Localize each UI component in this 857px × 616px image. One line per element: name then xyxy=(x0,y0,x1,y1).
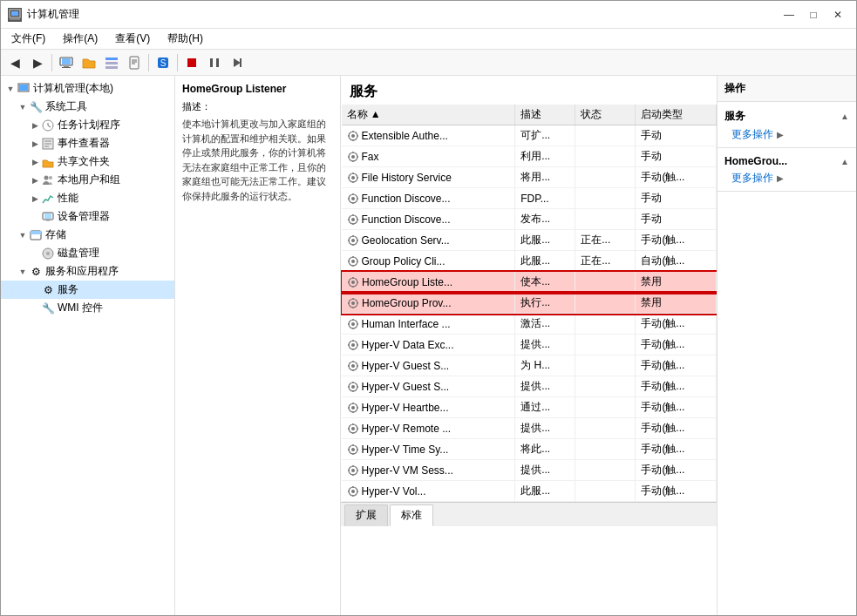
description-label: 描述： xyxy=(182,100,333,113)
tab-expand[interactable]: 扩展 xyxy=(344,504,388,526)
table-row[interactable]: Hyper-V Data Exc...提供...手动(触... xyxy=(342,335,717,355)
toolbar-list-icon[interactable] xyxy=(101,52,122,73)
svg-rect-18 xyxy=(216,58,219,67)
toggle-task: ▶ xyxy=(29,119,41,132)
table-row[interactable]: Hyper-V VM Sess...提供...手动(触... xyxy=(342,460,717,481)
close-button[interactable]: ✕ xyxy=(826,6,849,24)
sidebar-item-event-viewer[interactable]: ▶ 事件查看器 xyxy=(1,134,174,152)
toolbar-folder-icon[interactable] xyxy=(78,52,99,73)
cell-desc: 通过... xyxy=(515,397,575,418)
sidebar: ▼ 计算机管理(本地) ▼ 🔧 系统工具 ▶ 任务计划程序 ▶ xyxy=(1,76,175,615)
menu-bar: 文件(F) 操作(A) 查看(V) 帮助(H) xyxy=(1,29,856,50)
sidebar-item-local-users[interactable]: ▶ 本地用户和组 xyxy=(1,171,174,189)
table-row[interactable]: Fax利用...手动 xyxy=(342,146,717,167)
sidebar-label-wmi: WMI 控件 xyxy=(58,301,103,315)
cell-name: Fax xyxy=(342,146,515,167)
col-status[interactable]: 状态 xyxy=(575,105,636,125)
menu-help[interactable]: 帮助(H) xyxy=(160,30,210,48)
svg-point-88 xyxy=(351,301,355,305)
table-row[interactable]: HomeGroup Prov...执行...禁用 xyxy=(342,293,717,314)
toggle-event: ▶ xyxy=(29,138,41,150)
col-startup[interactable]: 启动类型 xyxy=(636,105,717,125)
icon-event xyxy=(41,137,55,151)
svg-point-76 xyxy=(351,260,355,263)
sidebar-item-device-manager[interactable]: 设备管理器 xyxy=(1,207,174,226)
icon-device xyxy=(41,210,55,224)
cell-desc: 为 H... xyxy=(515,355,575,376)
toolbar-play-icon[interactable] xyxy=(227,52,248,73)
sidebar-item-wmi[interactable]: 🔧 WMI 控件 xyxy=(1,299,174,317)
sidebar-item-performance[interactable]: ▶ 性能 xyxy=(1,189,174,207)
sidebar-item-storage[interactable]: ▼ 存储 xyxy=(1,226,174,244)
minimize-button[interactable]: — xyxy=(778,6,800,24)
actions-services-label: 服务 xyxy=(724,109,745,124)
cell-startup: 手动(触... xyxy=(636,397,717,418)
svg-point-52 xyxy=(351,176,355,179)
sidebar-item-root[interactable]: ▼ 计算机管理(本地) xyxy=(1,79,174,98)
sidebar-item-task-scheduler[interactable]: ▶ 任务计划程序 xyxy=(1,116,174,134)
menu-view[interactable]: 查看(V) xyxy=(108,30,157,48)
toolbar-stop-icon[interactable] xyxy=(181,52,202,73)
cell-desc: 利用... xyxy=(515,146,575,167)
cell-startup: 手动(触... xyxy=(636,335,717,355)
table-row[interactable]: Hyper-V Guest S...为 H...手动(触... xyxy=(342,355,717,376)
cell-status xyxy=(575,481,636,502)
table-row[interactable]: Hyper-V Heartbe...通过...手动(触... xyxy=(342,397,717,418)
table-row[interactable]: Hyper-V Remote ...提供...手动(触... xyxy=(342,418,717,439)
menu-file[interactable]: 文件(F) xyxy=(4,30,52,48)
icon-root xyxy=(17,82,31,96)
toggle-wmi xyxy=(29,302,41,315)
toolbar-properties-icon[interactable] xyxy=(124,52,145,73)
table-row[interactable]: HomeGroup Liste...使本...禁用 xyxy=(342,272,717,293)
cell-status xyxy=(575,314,636,335)
actions-more-operations-1[interactable]: 更多操作 ▶ xyxy=(718,125,856,144)
table-row[interactable]: Hyper-V Vol...此服...手动(触... xyxy=(342,481,717,502)
sidebar-item-disk-management[interactable]: 磁盘管理 xyxy=(1,244,174,262)
sidebar-item-shared-folders[interactable]: ▶ 共享文件夹 xyxy=(1,152,174,171)
icon-svc: ⚙ xyxy=(41,283,55,297)
menu-action[interactable]: 操作(A) xyxy=(56,30,105,48)
table-row[interactable]: Geolocation Serv...此服...正在...手动(触... xyxy=(342,230,717,251)
cell-startup: 禁用 xyxy=(636,272,717,293)
svg-point-82 xyxy=(351,281,355,284)
cell-status xyxy=(575,125,636,146)
cell-desc: 将用... xyxy=(515,167,575,188)
col-name[interactable]: 名称 ▲ xyxy=(342,105,515,125)
description-panel: HomeGroup Listener 描述： 使本地计算机更改与加入家庭组的计算… xyxy=(175,76,341,615)
actions-header: 操作 xyxy=(718,76,856,102)
toggle-root: ▼ xyxy=(4,83,17,95)
back-button[interactable]: ◀ xyxy=(4,52,25,73)
cell-name: Group Policy Cli... xyxy=(342,251,515,272)
cell-status xyxy=(575,146,636,167)
forward-button[interactable]: ▶ xyxy=(27,52,48,73)
toolbar-computer-icon[interactable] xyxy=(56,52,77,73)
sidebar-item-tools[interactable]: ▼ 🔧 系统工具 xyxy=(1,98,174,116)
cell-desc: FDP... xyxy=(515,188,575,209)
sidebar-item-services-apps[interactable]: ▼ ⚙ 服务和应用程序 xyxy=(1,262,174,281)
table-row[interactable]: Group Policy Cli...此服...正在...自动(触... xyxy=(342,251,717,272)
svg-rect-33 xyxy=(44,213,51,219)
table-row[interactable]: Human Interface ...激活...手动(触... xyxy=(342,314,717,335)
svg-point-40 xyxy=(351,134,355,138)
table-row[interactable]: Hyper-V Guest S...提供...手动(触... xyxy=(342,376,717,397)
toolbar-blue-icon[interactable]: S xyxy=(153,52,173,73)
svg-text:S: S xyxy=(160,58,167,68)
svg-rect-10 xyxy=(130,57,139,69)
table-row[interactable]: Function Discove...FDP...手动 xyxy=(342,188,717,209)
actions-more-operations-2[interactable]: 更多操作 ▶ xyxy=(718,169,856,187)
svg-point-64 xyxy=(351,218,355,221)
table-row[interactable]: Extensible Authe...可扩...手动 xyxy=(342,125,717,146)
cell-name: Hyper-V Data Exc... xyxy=(342,335,515,355)
maximize-button[interactable]: □ xyxy=(802,6,825,24)
tab-standard[interactable]: 标准 xyxy=(390,504,433,526)
sidebar-item-services[interactable]: ⚙ 服务 xyxy=(1,281,174,299)
col-desc[interactable]: 描述 xyxy=(515,105,575,125)
toggle-storage: ▼ xyxy=(17,229,29,241)
service-description-text: 使本地计算机更改与加入家庭组的计算机的配置和维护相关联。如果停止或禁用此服务，你… xyxy=(182,117,333,203)
table-row[interactable]: File History Service将用...手动(触... xyxy=(342,167,717,188)
actions-group-services: 服务 ▲ 更多操作 ▶ xyxy=(718,102,856,148)
cell-startup: 手动(触... xyxy=(636,376,717,397)
table-row[interactable]: Function Discove...发布...手动 xyxy=(342,209,717,230)
table-row[interactable]: Hyper-V Time Sy...将此...手动(触... xyxy=(342,439,717,460)
toolbar-pause-icon[interactable] xyxy=(204,52,225,73)
